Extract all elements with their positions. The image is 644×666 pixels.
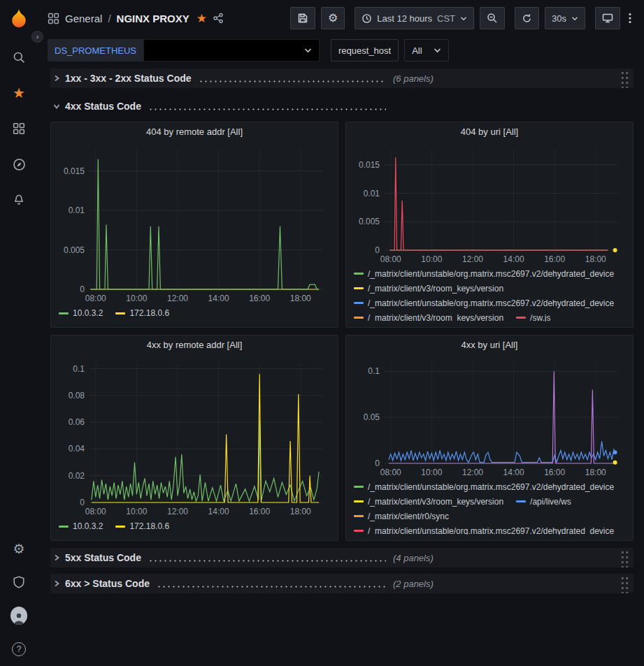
breadcrumb-folder[interactable]: General xyxy=(65,13,102,24)
monitor-icon xyxy=(602,13,613,24)
panel-404-by-uri: 404 by uri [All] 00.0050.010.01508:0010:… xyxy=(345,122,634,328)
user-avatar[interactable] xyxy=(10,607,27,624)
svg-text:12:00: 12:00 xyxy=(167,507,188,516)
kebab-icon xyxy=(629,13,631,24)
topbar-controls: ⚙ Last 12 hours CST 30s xyxy=(290,7,634,29)
row-header-6xx[interactable]: 6xx > Status Code (2 panels) xyxy=(50,574,634,593)
svg-text:10:00: 10:00 xyxy=(126,294,147,303)
configuration-gear-icon[interactable]: ⚙ xyxy=(10,540,27,557)
help-icon[interactable]: ? xyxy=(10,641,27,658)
avatar xyxy=(10,607,27,625)
series-color-mark xyxy=(354,317,364,319)
dotted-leader xyxy=(148,108,386,110)
explore-compass-icon[interactable] xyxy=(10,156,27,173)
legend-item[interactable]: /sw.js xyxy=(516,312,550,321)
series-color-mark xyxy=(354,273,364,275)
svg-text:18:00: 18:00 xyxy=(585,254,606,264)
legend-item[interactable]: 10.0.3.2 xyxy=(59,308,103,319)
chart-legend: 10.0.3.2172.18.0.6 xyxy=(59,305,330,321)
timeseries-chart-4xx-by-uri[interactable]: 00.050.108:0010:0012:0014:0016:0018:00 xyxy=(354,355,625,479)
more-options-kebab-button[interactable] xyxy=(626,7,634,29)
row-header-1xx-3xx-2xx[interactable]: 1xx - 3xx - 2xx Status Code (6 panels) xyxy=(50,68,634,88)
panel-count-badge: (2 panels) xyxy=(393,579,434,589)
variable-label: request_host xyxy=(331,39,399,61)
legend-item[interactable]: /_matrix/client/v3/room_keys/version xyxy=(354,496,503,507)
gear-icon: ⚙ xyxy=(13,542,24,556)
request-host-select[interactable]: All xyxy=(404,39,449,61)
svg-text:08:00: 08:00 xyxy=(85,294,106,303)
series-color-mark xyxy=(354,302,364,304)
sidebar-expand-button[interactable]: › xyxy=(31,31,43,43)
row-title: 1xx - 3xx - 2xx Status Code xyxy=(65,73,192,84)
svg-text:0.005: 0.005 xyxy=(64,245,85,255)
svg-text:0: 0 xyxy=(375,458,380,468)
legend-item[interactable]: /_matrix/client/unstable/org.matrix.msc2… xyxy=(354,482,614,492)
save-icon xyxy=(297,13,308,24)
legend-item[interactable]: /_matrix/client/unstable/org.matrix.msc2… xyxy=(354,298,614,308)
row-header-4xx[interactable]: 4xx Status Code xyxy=(50,96,634,116)
svg-text:08:00: 08:00 xyxy=(380,468,401,477)
dashboard-title[interactable]: NGINX PROXY xyxy=(117,13,189,24)
panel-title[interactable]: 404 by remote addr [All] xyxy=(59,126,330,142)
grafana-logo-icon[interactable] xyxy=(8,7,30,29)
panel-404-by-remote-addr: 404 by remote addr [All] 00.0050.010.015… xyxy=(50,122,338,328)
panel-title[interactable]: 404 by uri [All] xyxy=(354,126,625,142)
save-dashboard-button[interactable] xyxy=(290,7,315,29)
legend-item[interactable]: /_matrix/client/unstable/org.matrix.msc2… xyxy=(354,526,614,535)
legend-item[interactable]: /_matrix/client/v3/room_keys/version xyxy=(354,283,503,294)
starred-dashboards-icon[interactable]: ★ xyxy=(10,85,27,101)
legend-item[interactable]: 10.0.3.2 xyxy=(59,521,103,532)
dashboards-icon[interactable] xyxy=(10,120,27,137)
legend-item[interactable]: /_matrix/client/r0/sync xyxy=(354,511,449,521)
row-drag-handle[interactable] xyxy=(620,69,629,88)
apps-grid-icon[interactable] xyxy=(48,13,59,24)
row-drag-handle[interactable] xyxy=(620,574,629,593)
alerting-bell-icon[interactable] xyxy=(10,191,27,208)
chevron-right-icon xyxy=(53,580,60,587)
timeseries-chart-4xx-by-remote-addr[interactable]: 00.020.040.060.080.108:0010:0012:0014:00… xyxy=(59,355,330,518)
request-host-value: All xyxy=(412,45,422,56)
breadcrumb: General / NGINX PROXY ★ xyxy=(48,13,224,24)
legend-item[interactable]: /_matrix/client/unstable/org.matrix.msc2… xyxy=(354,268,614,279)
chart-legend: /_matrix/client/unstable/org.matrix.msc2… xyxy=(354,266,625,321)
svg-text:0.02: 0.02 xyxy=(69,471,85,481)
search-icon[interactable] xyxy=(10,49,27,66)
server-admin-shield-icon[interactable] xyxy=(10,574,27,591)
zoom-out-button[interactable] xyxy=(480,7,505,29)
legend-item[interactable]: /api/live/ws xyxy=(516,496,571,507)
timeseries-chart-404-by-remote-addr[interactable]: 00.0050.010.01508:0010:0012:0014:0016:00… xyxy=(59,142,330,305)
legend-item[interactable]: /_matrix/client/v3/room_keys/version xyxy=(354,312,503,321)
series-color-mark xyxy=(516,317,526,319)
share-icon[interactable] xyxy=(213,13,224,24)
row-header-5xx[interactable]: 5xx Status Code (4 panels) xyxy=(50,548,634,567)
svg-text:12:00: 12:00 xyxy=(462,468,483,477)
series-color-mark xyxy=(354,515,364,517)
dotted-leader xyxy=(157,586,386,588)
svg-text:0: 0 xyxy=(80,498,85,507)
legend-item[interactable]: 172.18.0.6 xyxy=(115,521,169,532)
favorite-star-icon[interactable]: ★ xyxy=(196,13,207,24)
timezone-label: CST xyxy=(437,13,455,24)
series-color-mark xyxy=(354,530,364,532)
panel-title[interactable]: 4xx by remote addr [All] xyxy=(59,340,330,355)
top-navbar: General / NGINX PROXY ★ ⚙ Last 12 hours xyxy=(38,0,644,36)
chevron-down-icon xyxy=(53,103,60,110)
chevron-down-icon xyxy=(304,48,312,53)
timeseries-chart-404-by-uri[interactable]: 00.0050.010.01508:0010:0012:0014:0016:00… xyxy=(354,142,625,266)
time-range-picker[interactable]: Last 12 hours CST xyxy=(355,7,474,29)
kiosk-mode-button[interactable] xyxy=(595,7,620,29)
star-icon: ★ xyxy=(13,86,25,100)
series-color-mark xyxy=(354,486,364,488)
panel-title[interactable]: 4xx by uri [All] xyxy=(354,340,625,355)
time-range-label: Last 12 hours xyxy=(377,13,432,24)
svg-text:0.015: 0.015 xyxy=(359,160,380,170)
series-color-mark xyxy=(516,500,526,502)
refresh-button[interactable] xyxy=(515,7,539,29)
legend-item[interactable]: 172.18.0.6 xyxy=(115,308,169,319)
row-drag-handle[interactable] xyxy=(620,549,629,567)
question-mark-icon: ? xyxy=(12,642,26,656)
dotted-leader xyxy=(148,560,386,562)
datasource-select[interactable] xyxy=(143,39,320,61)
dashboard-settings-button[interactable]: ⚙ xyxy=(321,7,345,29)
refresh-interval-dropdown[interactable]: 30s xyxy=(545,7,585,29)
